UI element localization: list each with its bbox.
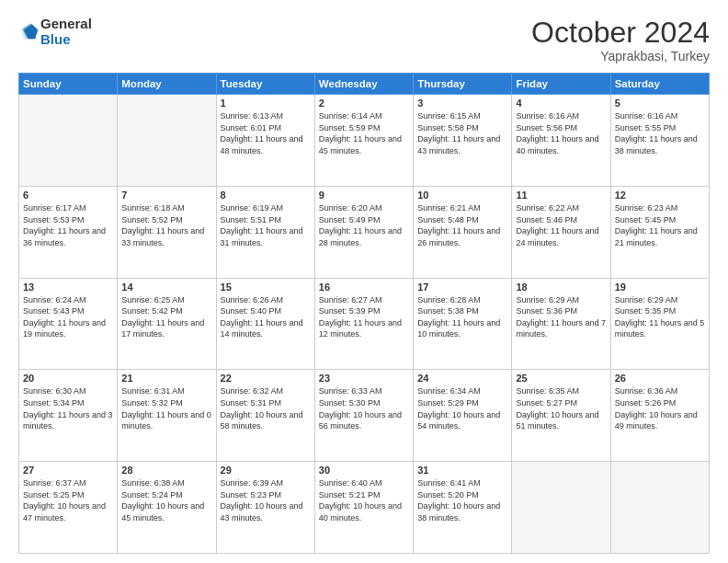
day-info: Sunrise: 6:34 AM Sunset: 5:29 PM Dayligh… — [417, 385, 507, 431]
day-info: Sunrise: 6:16 AM Sunset: 5:56 PM Dayligh… — [516, 110, 606, 156]
day-info: Sunrise: 6:19 AM Sunset: 5:51 PM Dayligh… — [221, 202, 311, 248]
weekday-header-row: SundayMondayTuesdayWednesdayThursdayFrid… — [19, 74, 710, 95]
day-number: 1 — [221, 98, 311, 109]
calendar-cell — [610, 462, 709, 554]
day-info: Sunrise: 6:32 AM Sunset: 5:31 PM Dayligh… — [221, 385, 311, 431]
calendar-cell: 29Sunrise: 6:39 AM Sunset: 5:23 PM Dayli… — [216, 462, 314, 554]
location-title: Yaprakbasi, Turkey — [531, 49, 710, 63]
day-number: 25 — [516, 373, 606, 384]
calendar-cell: 24Sunrise: 6:34 AM Sunset: 5:29 PM Dayli… — [414, 370, 512, 462]
calendar-cell: 4Sunrise: 6:16 AM Sunset: 5:56 PM Daylig… — [512, 95, 610, 187]
day-info: Sunrise: 6:38 AM Sunset: 5:24 PM Dayligh… — [121, 477, 211, 523]
calendar-cell: 23Sunrise: 6:33 AM Sunset: 5:30 PM Dayli… — [314, 370, 413, 462]
calendar-cell: 14Sunrise: 6:25 AM Sunset: 5:42 PM Dayli… — [118, 278, 216, 370]
day-number: 9 — [319, 190, 409, 201]
calendar-cell — [19, 95, 118, 187]
week-row-2: 6Sunrise: 6:17 AM Sunset: 5:53 PM Daylig… — [19, 186, 710, 278]
day-info: Sunrise: 6:31 AM Sunset: 5:32 PM Dayligh… — [121, 385, 211, 431]
day-number: 5 — [615, 98, 705, 109]
day-info: Sunrise: 6:30 AM Sunset: 5:34 PM Dayligh… — [23, 385, 113, 431]
day-info: Sunrise: 6:18 AM Sunset: 5:52 PM Dayligh… — [121, 202, 211, 248]
day-info: Sunrise: 6:17 AM Sunset: 5:53 PM Dayligh… — [23, 202, 113, 248]
calendar-cell: 16Sunrise: 6:27 AM Sunset: 5:39 PM Dayli… — [314, 278, 413, 370]
calendar-cell: 19Sunrise: 6:29 AM Sunset: 5:35 PM Dayli… — [610, 278, 709, 370]
logo: General Blue — [18, 17, 92, 47]
calendar-cell: 1Sunrise: 6:13 AM Sunset: 6:01 PM Daylig… — [216, 95, 314, 187]
day-info: Sunrise: 6:39 AM Sunset: 5:23 PM Dayligh… — [221, 477, 311, 523]
calendar-cell: 10Sunrise: 6:21 AM Sunset: 5:48 PM Dayli… — [414, 186, 512, 278]
day-info: Sunrise: 6:40 AM Sunset: 5:21 PM Dayligh… — [319, 477, 409, 523]
day-number: 3 — [417, 98, 507, 109]
week-row-5: 27Sunrise: 6:37 AM Sunset: 5:25 PM Dayli… — [19, 462, 710, 554]
weekday-header-saturday: Saturday — [610, 74, 709, 95]
day-info: Sunrise: 6:16 AM Sunset: 5:55 PM Dayligh… — [615, 110, 705, 156]
calendar-cell: 30Sunrise: 6:40 AM Sunset: 5:21 PM Dayli… — [314, 462, 413, 554]
day-number: 18 — [516, 282, 606, 293]
logo-icon — [18, 22, 39, 42]
calendar-cell: 12Sunrise: 6:23 AM Sunset: 5:45 PM Dayli… — [610, 186, 709, 278]
day-number: 28 — [121, 465, 211, 476]
day-info: Sunrise: 6:25 AM Sunset: 5:42 PM Dayligh… — [121, 294, 211, 340]
day-number: 23 — [319, 373, 409, 384]
calendar-cell: 21Sunrise: 6:31 AM Sunset: 5:32 PM Dayli… — [118, 370, 216, 462]
calendar-cell: 17Sunrise: 6:28 AM Sunset: 5:38 PM Dayli… — [414, 278, 512, 370]
day-info: Sunrise: 6:29 AM Sunset: 5:35 PM Dayligh… — [615, 294, 705, 340]
day-number: 15 — [221, 282, 311, 293]
day-number: 21 — [121, 373, 211, 384]
day-info: Sunrise: 6:22 AM Sunset: 5:46 PM Dayligh… — [516, 202, 606, 248]
weekday-header-thursday: Thursday — [414, 74, 512, 95]
calendar-cell: 11Sunrise: 6:22 AM Sunset: 5:46 PM Dayli… — [512, 186, 610, 278]
day-info: Sunrise: 6:37 AM Sunset: 5:25 PM Dayligh… — [23, 477, 113, 523]
day-number: 19 — [615, 282, 705, 293]
day-number: 6 — [23, 190, 113, 201]
day-info: Sunrise: 6:35 AM Sunset: 5:27 PM Dayligh… — [516, 385, 606, 431]
day-number: 8 — [221, 190, 311, 201]
week-row-3: 13Sunrise: 6:24 AM Sunset: 5:43 PM Dayli… — [19, 278, 710, 370]
logo-text: General Blue — [40, 17, 92, 47]
day-number: 13 — [23, 282, 113, 293]
day-number: 17 — [417, 282, 507, 293]
calendar-cell: 5Sunrise: 6:16 AM Sunset: 5:55 PM Daylig… — [610, 95, 709, 187]
calendar-cell — [512, 462, 610, 554]
weekday-header-sunday: Sunday — [19, 74, 118, 95]
calendar-table: SundayMondayTuesdayWednesdayThursdayFrid… — [18, 73, 710, 554]
calendar-cell: 22Sunrise: 6:32 AM Sunset: 5:31 PM Dayli… — [216, 370, 314, 462]
day-number: 30 — [319, 465, 409, 476]
day-number: 7 — [121, 190, 211, 201]
day-number: 29 — [221, 465, 311, 476]
calendar-cell: 9Sunrise: 6:20 AM Sunset: 5:49 PM Daylig… — [314, 186, 413, 278]
day-number: 27 — [23, 465, 113, 476]
week-row-4: 20Sunrise: 6:30 AM Sunset: 5:34 PM Dayli… — [19, 370, 710, 462]
day-info: Sunrise: 6:28 AM Sunset: 5:38 PM Dayligh… — [417, 294, 507, 340]
calendar-cell: 18Sunrise: 6:29 AM Sunset: 5:36 PM Dayli… — [512, 278, 610, 370]
weekday-header-wednesday: Wednesday — [314, 74, 413, 95]
day-info: Sunrise: 6:26 AM Sunset: 5:40 PM Dayligh… — [221, 294, 311, 340]
calendar-cell: 31Sunrise: 6:41 AM Sunset: 5:20 PM Dayli… — [414, 462, 512, 554]
calendar-cell — [118, 95, 216, 187]
day-number: 24 — [417, 373, 507, 384]
calendar-cell: 13Sunrise: 6:24 AM Sunset: 5:43 PM Dayli… — [19, 278, 118, 370]
weekday-header-friday: Friday — [512, 74, 610, 95]
calendar-cell: 3Sunrise: 6:15 AM Sunset: 5:58 PM Daylig… — [414, 95, 512, 187]
calendar-cell: 20Sunrise: 6:30 AM Sunset: 5:34 PM Dayli… — [19, 370, 118, 462]
calendar-cell: 8Sunrise: 6:19 AM Sunset: 5:51 PM Daylig… — [216, 186, 314, 278]
calendar-cell: 7Sunrise: 6:18 AM Sunset: 5:52 PM Daylig… — [118, 186, 216, 278]
day-info: Sunrise: 6:27 AM Sunset: 5:39 PM Dayligh… — [319, 294, 409, 340]
calendar-cell: 26Sunrise: 6:36 AM Sunset: 5:26 PM Dayli… — [610, 370, 709, 462]
day-info: Sunrise: 6:21 AM Sunset: 5:48 PM Dayligh… — [417, 202, 507, 248]
calendar-cell: 28Sunrise: 6:38 AM Sunset: 5:24 PM Dayli… — [118, 462, 216, 554]
day-info: Sunrise: 6:20 AM Sunset: 5:49 PM Dayligh… — [319, 202, 409, 248]
header: General Blue October 2024 Yaprakbasi, Tu… — [18, 17, 710, 63]
day-number: 22 — [221, 373, 311, 384]
day-info: Sunrise: 6:41 AM Sunset: 5:20 PM Dayligh… — [417, 477, 507, 523]
day-info: Sunrise: 6:29 AM Sunset: 5:36 PM Dayligh… — [516, 294, 606, 340]
day-number: 10 — [417, 190, 507, 201]
day-number: 2 — [319, 98, 409, 109]
page: General Blue October 2024 Yaprakbasi, Tu… — [0, 0, 728, 563]
day-info: Sunrise: 6:24 AM Sunset: 5:43 PM Dayligh… — [23, 294, 113, 340]
week-row-1: 1Sunrise: 6:13 AM Sunset: 6:01 PM Daylig… — [19, 95, 710, 187]
day-number: 31 — [417, 465, 507, 476]
day-info: Sunrise: 6:13 AM Sunset: 6:01 PM Dayligh… — [221, 110, 311, 156]
calendar-cell: 6Sunrise: 6:17 AM Sunset: 5:53 PM Daylig… — [19, 186, 118, 278]
day-info: Sunrise: 6:23 AM Sunset: 5:45 PM Dayligh… — [615, 202, 705, 248]
